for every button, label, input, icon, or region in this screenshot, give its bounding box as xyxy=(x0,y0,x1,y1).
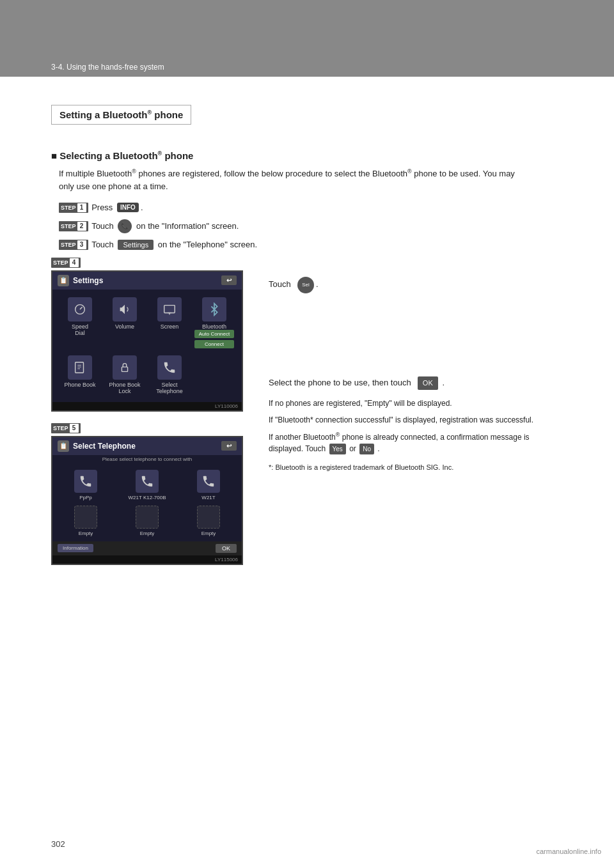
speed-dial-label: SpeedDial xyxy=(72,323,88,336)
step-4-description: Touch Sel. xyxy=(269,277,563,293)
settings-phonebook[interactable]: Phone Book xyxy=(60,355,100,394)
step-5-num: 5 xyxy=(70,424,79,433)
phone-icon-1 xyxy=(74,470,97,493)
step-3-text: Touch xyxy=(91,240,114,249)
screen-icon xyxy=(157,297,182,322)
screen4-watermark: LY110006 xyxy=(52,402,242,410)
screen4-header: 📋 Settings ↩ xyxy=(52,272,242,290)
note-3: If another Bluetooth® phone is already c… xyxy=(269,431,563,454)
title-suffix: phone xyxy=(152,109,183,120)
intro-text: If multiple Bluetooth® phones are regist… xyxy=(59,167,519,194)
phonebook-label: Phone Book xyxy=(64,382,95,388)
phone-item-1[interactable]: PpPp xyxy=(58,470,114,500)
settings-select-tel[interactable]: Select Telephone xyxy=(150,355,189,394)
top-banner xyxy=(0,0,614,58)
connect-btn[interactable]: Connect xyxy=(194,340,234,348)
empty-label-3: Empty xyxy=(201,531,216,536)
settings-screen[interactable]: Screen xyxy=(150,297,189,350)
phone-icon-2 xyxy=(136,470,159,493)
step-5-main-text: Select the phone to be use, then touch xyxy=(269,378,411,387)
svg-rect-5 xyxy=(75,362,84,373)
settings-grid: SpeedDial Volume Screen xyxy=(52,290,242,402)
phone-label-2: W21T K12-700B xyxy=(129,495,166,500)
step-2-text: Touch xyxy=(91,221,114,231)
title-box: Setting a Bluetooth® phone xyxy=(51,105,191,125)
settings-speed-dial[interactable]: SpeedDial xyxy=(60,297,100,350)
telephone-icon[interactable]: 📞 xyxy=(118,219,132,233)
bluetooth-icon xyxy=(202,297,226,322)
step-3-badge: STEP 3 xyxy=(59,240,88,250)
steps-two-col: STEP 4 📋 Settings ↩ xyxy=(51,256,563,575)
step-1-text: Press xyxy=(91,203,113,212)
screen4-title: Settings xyxy=(73,276,103,285)
settings-phonebook-lock[interactable]: Phone Book Lock xyxy=(105,355,145,394)
screen5-watermark: LY115006 xyxy=(52,555,242,564)
bluetooth-label: Bluetooth xyxy=(202,323,226,330)
yes-button[interactable]: Yes xyxy=(329,444,346,454)
screens-column: STEP 4 📋 Settings ↩ xyxy=(51,256,256,575)
phone-grid: PpPp W21T K12-700B W21T xyxy=(52,465,242,541)
speed-dial-icon xyxy=(68,297,92,322)
note-2: If "Bluetooth* connection successful" is… xyxy=(269,414,563,426)
settings-bluetooth[interactable]: Bluetooth Auto Connect Connect xyxy=(194,297,234,350)
ok-button[interactable]: OK xyxy=(418,376,438,390)
select-tel-icon xyxy=(157,355,182,380)
screen5-title: Select Telephone xyxy=(73,442,136,451)
svg-line-1 xyxy=(80,307,83,309)
information-button[interactable]: Information xyxy=(58,544,93,552)
phone-item-empty-1[interactable]: Empty xyxy=(58,506,114,536)
screen4-back[interactable]: ↩ xyxy=(221,275,237,285)
step-4-select-icon[interactable]: Sel xyxy=(297,277,314,293)
empty-icon-3 xyxy=(197,506,220,529)
title-container: Setting a Bluetooth® phone xyxy=(51,105,563,137)
phone-label-1: PpPp xyxy=(79,495,92,500)
empty-icon-1 xyxy=(74,506,97,529)
select-telephone-screen: 📋 Select Telephone ↩ Please select telep… xyxy=(51,436,243,565)
step-5-label-row: STEP 5 xyxy=(51,422,256,433)
screen5-back[interactable]: ↩ xyxy=(221,441,237,451)
volume-icon xyxy=(113,297,137,322)
section-header-text: 3-4. Using the hands-free system xyxy=(51,63,164,72)
note-1: If no phones are registered, "Empty" wil… xyxy=(269,398,563,409)
step-4-badge: STEP 4 xyxy=(51,258,81,268)
settings-screen: 📋 Settings ↩ SpeedDial xyxy=(51,270,243,412)
subsection-heading-suffix: phone xyxy=(162,150,193,161)
page-number: 302 xyxy=(51,839,65,849)
phone-item-2[interactable]: W21T K12-700B xyxy=(119,470,175,500)
info-button-icon[interactable]: INFO xyxy=(117,203,139,212)
phone-item-empty-2[interactable]: Empty xyxy=(119,506,175,536)
no-button[interactable]: No xyxy=(359,444,374,454)
step-4-touch-text: Touch xyxy=(269,279,291,289)
ok-button-screen[interactable]: OK xyxy=(216,544,237,553)
title-text: Setting a Bluetooth xyxy=(59,109,148,120)
step-3-num: 3 xyxy=(77,240,86,249)
subsection-heading: ■ Selecting a Bluetooth® phone xyxy=(51,150,563,161)
volume-label: Volume xyxy=(115,323,134,330)
phone-label-3: W21T xyxy=(201,495,215,500)
step-1-row: STEP 1 Press INFO. xyxy=(59,203,563,213)
step-5-badge: STEP 5 xyxy=(51,423,81,433)
auto-connect-btn[interactable]: Auto Connect xyxy=(194,330,234,338)
screen5-subtitle: Please select telephone to connect with xyxy=(52,455,242,465)
step-4-label-row: STEP 4 xyxy=(51,256,256,268)
phone-item-3[interactable]: W21T xyxy=(180,470,237,500)
subsection-heading-prefix: Selecting a Bluetooth xyxy=(59,150,157,161)
step-3-suffix: on the "Telephone" screen. xyxy=(158,240,257,249)
screen-label: Screen xyxy=(161,323,179,330)
settings-volume[interactable]: Volume xyxy=(105,297,145,350)
phonebook-lock-label: Phone Book Lock xyxy=(105,382,145,394)
settings-button[interactable]: Settings xyxy=(118,240,154,250)
screen5-bottom: Information OK xyxy=(52,541,242,555)
content-area: Setting a Bluetooth® phone ■ Selecting a… xyxy=(51,77,563,575)
phone-item-empty-3[interactable]: Empty xyxy=(180,506,237,536)
screen4-icon: 📋 xyxy=(58,275,69,286)
empty-label-1: Empty xyxy=(79,531,93,536)
phone-icon-3 xyxy=(197,470,220,493)
phonebook-icon xyxy=(68,355,92,380)
watermark: carmanualonline.info xyxy=(536,848,601,855)
section-header: 3-4. Using the hands-free system xyxy=(0,58,614,77)
screen5-header: 📋 Select Telephone ↩ xyxy=(52,437,242,455)
step-5-description: Select the phone to be use, then touch O… xyxy=(269,376,563,390)
lock-icon xyxy=(113,355,137,380)
empty-icon-2 xyxy=(136,506,159,529)
